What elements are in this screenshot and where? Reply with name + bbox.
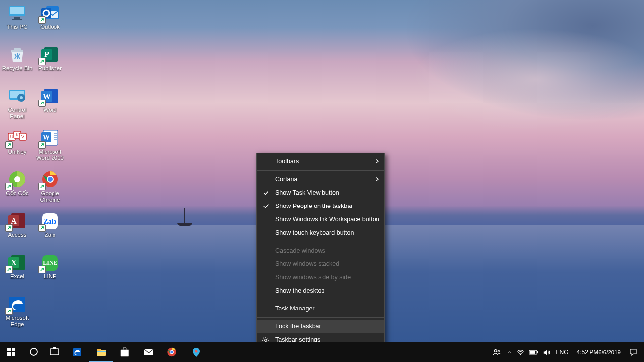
shortcut-overlay-icon (5, 266, 13, 273)
mail-taskbar-icon[interactable] (137, 342, 161, 362)
check-icon (263, 189, 269, 196)
menu-item: Show windows stacked (257, 258, 384, 271)
desktop-icon-control-panel[interactable]: Control Panel (1, 84, 34, 123)
taskbar[interactable]: ENG 4:52 PM 6/6/2019 (0, 342, 644, 362)
unikey-icon (6, 128, 28, 148)
menu-item[interactable]: Lock the taskbar (257, 320, 384, 333)
chrome-taskbar-icon[interactable] (161, 342, 184, 362)
desktop-icon-excel[interactable]: Excel (1, 251, 34, 289)
microsoft-store-taskbar-icon[interactable] (113, 342, 137, 362)
battery-icon[interactable] (527, 342, 540, 362)
menu-item-label: Show People on the taskbar (275, 203, 353, 209)
cortana-button[interactable] (24, 342, 45, 362)
desktop-icon-coc-coc[interactable]: Cốc Cốc (1, 167, 34, 206)
shortcut-overlay-icon (38, 141, 46, 149)
svg-rect-6 (530, 351, 534, 354)
desktop-icon-label: This PC (1, 24, 34, 30)
menu-item[interactable]: Show the desktop (257, 284, 384, 298)
desktop-icon-label: UniKey (1, 149, 34, 155)
menu-item-label: Cascade windows (275, 247, 325, 254)
desktop-icon-label: Zalo (34, 232, 66, 238)
svg-point-1 (494, 350, 497, 352)
desktop-icon-word[interactable]: Word (34, 84, 66, 123)
clock-date: 6/6/2019 (598, 349, 621, 356)
menu-item-label: Task Manager (275, 305, 315, 312)
zalo-icon (39, 211, 61, 231)
clock-time: 4:52 PM (577, 349, 599, 356)
desktop[interactable]: This PCOutlookRecycle BinPublisherContro… (0, 0, 644, 342)
clock[interactable]: 4:52 PM 6/6/2019 (572, 342, 626, 362)
desktop-icon-label: Outlook (34, 24, 66, 30)
menu-item[interactable]: Show Task View button (257, 186, 384, 200)
desktop-icon-zalo[interactable]: Zalo (34, 209, 66, 248)
recycle-bin-icon (6, 45, 28, 64)
desktop-icon-label: Word (34, 107, 66, 113)
taskbar-context-menu[interactable]: ToolbarsCortanaShow Task View buttonShow… (256, 153, 385, 349)
word-icon (39, 86, 61, 106)
coc-coc-icon (6, 169, 28, 189)
tray-overflow-button[interactable] (504, 342, 514, 362)
menu-item-label: Show Task View button (275, 189, 339, 196)
menu-separator (257, 317, 384, 318)
people-button[interactable] (489, 342, 504, 362)
desktop-icon-microsoft-word-2010[interactable]: Microsoft Word 2010 (34, 126, 66, 164)
desktop-icon-access[interactable]: Access (1, 209, 34, 248)
desktop-icon-outlook[interactable]: Outlook (34, 1, 66, 40)
publisher-icon (39, 45, 61, 64)
desktop-icon-microsoft-edge[interactable]: Microsoft Edge (1, 292, 34, 331)
task-view-button[interactable] (45, 342, 65, 362)
shortcut-overlay-icon (38, 100, 46, 107)
svg-rect-5 (537, 351, 537, 353)
wallpaper-cloud (386, 20, 644, 139)
desktop-icon-label: Cốc Cốc (1, 190, 34, 197)
menu-item[interactable]: Toolbars (257, 155, 384, 168)
shortcut-overlay-icon (38, 58, 46, 65)
menu-separator (257, 242, 384, 242)
excel-icon (6, 253, 28, 272)
desktop-icon-this-pc[interactable]: This PC (1, 1, 34, 40)
ime-indicator[interactable]: ENG (553, 342, 572, 362)
menu-item[interactable]: Show People on the taskbar (257, 200, 384, 213)
google-chrome-icon (39, 169, 61, 189)
edge-taskbar-icon[interactable] (65, 342, 89, 362)
menu-item[interactable]: Show touch keyboard button (257, 226, 384, 240)
shortcut-overlay-icon (5, 183, 13, 190)
desktop-icon-label: Publisher (34, 65, 66, 72)
desktop-icon-line[interactable]: LINE (34, 251, 66, 289)
control-panel-icon (6, 86, 28, 106)
desktop-icon-label: Recycle Bin (1, 65, 34, 72)
wifi-icon[interactable] (514, 342, 527, 362)
desktop-icon-label: Google Chrome (34, 190, 66, 203)
menu-item[interactable]: Task Manager (257, 302, 384, 315)
start-button[interactable] (0, 342, 24, 362)
volume-icon[interactable] (540, 342, 553, 362)
line-icon (39, 253, 61, 272)
menu-item[interactable]: Cortana (257, 173, 384, 186)
menu-item-label: Show windows stacked (275, 260, 339, 267)
desktop-icon-unikey[interactable]: UniKey (1, 126, 34, 164)
microsoft-word-2010-icon (39, 128, 61, 148)
shortcut-overlay-icon (5, 224, 13, 232)
menu-item-label: Cortana (275, 176, 297, 183)
shortcut-overlay-icon (38, 16, 46, 24)
menu-item: Cascade windows (257, 244, 384, 258)
desktop-icon-google-chrome[interactable]: Google Chrome (34, 167, 66, 206)
desktop-icon-recycle-bin[interactable]: Recycle Bin (1, 43, 34, 81)
file-explorer-taskbar-icon[interactable] (89, 342, 113, 362)
svg-point-0 (265, 339, 267, 342)
maps-taskbar-icon[interactable] (184, 342, 208, 362)
wallpaper-boat (177, 208, 192, 228)
shortcut-overlay-icon (38, 183, 46, 190)
shortcut-overlay-icon (38, 266, 46, 273)
action-center-button[interactable] (626, 342, 641, 362)
this-pc-icon (6, 3, 28, 23)
show-desktop-button[interactable] (641, 342, 644, 362)
menu-item-label: Show touch keyboard button (275, 229, 354, 236)
outlook-icon (39, 3, 61, 23)
desktop-icon-label: LINE (34, 273, 66, 280)
desktop-icon-publisher[interactable]: Publisher (34, 43, 66, 81)
chevron-right-icon (375, 159, 379, 164)
menu-separator (257, 300, 384, 300)
menu-item-label: Show the desktop (275, 287, 324, 294)
menu-item[interactable]: Show Windows Ink Workspace button (257, 213, 384, 226)
